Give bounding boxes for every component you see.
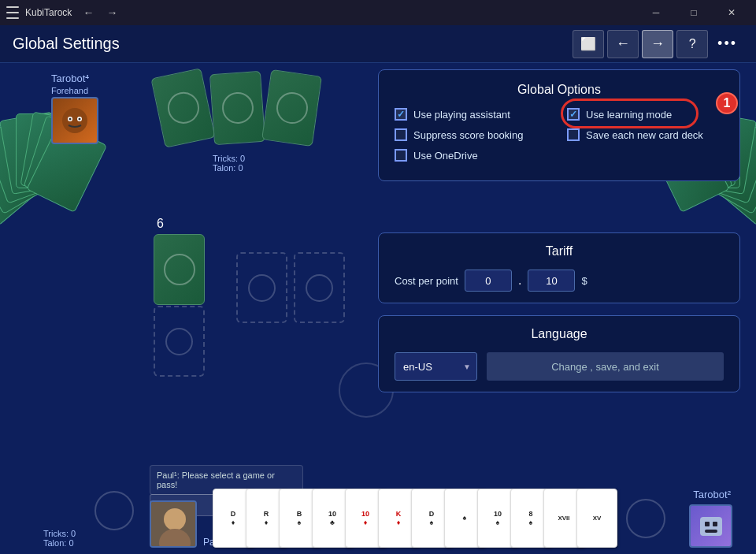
card-xv[interactable]: XV [576, 489, 617, 548]
titlebar-back-button[interactable]: ← [78, 5, 98, 20]
tariff-dot: . [518, 273, 521, 288]
message-text: Paul¹: Please select a game or pass! [157, 470, 275, 489]
label-suppress-score: Suppress score booking [413, 129, 523, 141]
option-save-card-deck: Save each new card deck [567, 128, 724, 141]
game-area: Tarobot⁴ Forehand Tricks: 0 Talon: 0 [0, 63, 756, 554]
checkbox-playing-assistant[interactable] [395, 108, 407, 121]
more-options-button[interactable]: ••• [711, 32, 743, 55]
label-save-card-deck: Save each new card deck [586, 129, 703, 141]
minimize-button[interactable]: ─ [638, 0, 674, 25]
close-button[interactable]: ✕ [713, 0, 750, 25]
card-placeholder-1 [154, 306, 205, 377]
svg-point-6 [164, 508, 186, 530]
top-player-name: Tarobot⁴ [51, 73, 89, 84]
top-card-3 [261, 69, 322, 147]
bl-tricks: Tricks: 0 [43, 529, 76, 538]
change-save-exit-button[interactable]: Change , save, and exit [487, 352, 724, 381]
top-talon: Talon: 0 [213, 163, 245, 173]
checkbox-save-card-deck[interactable] [567, 128, 580, 141]
cost-per-point-label: Cost per point [395, 275, 458, 287]
svg-rect-10 [713, 522, 717, 526]
mid-left-area: 6 [154, 217, 205, 305]
titlebar: KubiTarock ← → ─ □ ✕ [0, 0, 756, 25]
titlebar-nav: ← → [78, 5, 122, 20]
badge-number: 1 [716, 92, 738, 114]
nav-back-button[interactable]: ← [607, 30, 639, 58]
maximize-button[interactable]: □ [676, 0, 712, 25]
bl-talon: Talon: 0 [43, 538, 76, 548]
label-learning-mode: Use learning mode [586, 109, 672, 121]
language-select-wrapper: en-US de-DE fr-FR it-IT ▼ [395, 352, 477, 381]
checkbox-onedrive[interactable] [395, 149, 407, 162]
navbar-title: Global Settings [13, 35, 120, 53]
option-onedrive: Use OneDrive [395, 149, 551, 162]
svg-point-3 [69, 118, 72, 121]
top-player-stats: Tricks: 0 Talon: 0 [213, 154, 245, 173]
navbar-controls: ⬜ ← → ? ••• [573, 30, 743, 58]
mid-card [154, 234, 205, 305]
svg-point-4 [79, 118, 81, 121]
center-placeholder-2 [294, 252, 345, 323]
top-card-1 [150, 68, 215, 148]
checkbox-suppress-score[interactable] [395, 128, 407, 141]
tarobot2-name: Tarobot² [693, 489, 731, 500]
mid-left-placeholder [154, 306, 205, 377]
bottom-player-avatar [150, 500, 197, 548]
top-player-avatar [51, 97, 98, 144]
paul-hand: D♦ R♦ B♠ 10♣ 10♦ K♦ D♠ ♠ 10♠ 8♠ XVII [213, 489, 617, 548]
left-card-fan [0, 110, 126, 386]
top-player-role: Forehand [51, 86, 88, 95]
titlebar-forward-button[interactable]: → [102, 5, 122, 20]
global-options-title: Global Options [395, 83, 724, 97]
svg-rect-9 [705, 522, 710, 526]
tariff-currency: $ [581, 275, 587, 287]
language-panel: Language en-US de-DE fr-FR it-IT ▼ Chang… [378, 315, 740, 392]
navbar: Global Settings ⬜ ← → ? ••• [0, 25, 756, 63]
checkbox-learning-mode[interactable] [567, 108, 580, 121]
top-tricks: Tricks: 0 [213, 154, 245, 163]
nav-forward-button[interactable]: → [642, 30, 673, 58]
label-playing-assistant: Use playing assistant [413, 109, 510, 121]
tariff-input-left[interactable] [465, 270, 512, 292]
app-name: KubiTarock [25, 7, 72, 18]
bottom-left-placeholder [94, 491, 134, 530]
titlebar-left: KubiTarock ← → [6, 5, 122, 20]
bottom-right-placeholder [626, 499, 665, 538]
language-row: en-US de-DE fr-FR it-IT ▼ Change , save,… [395, 352, 724, 381]
top-player-panel: Tarobot⁴ Forehand [51, 73, 98, 144]
label-onedrive: Use OneDrive [413, 150, 478, 162]
center-placeholder-1 [236, 252, 287, 323]
help-button[interactable]: ? [676, 30, 708, 58]
option-suppress-score: Suppress score booking [395, 128, 551, 141]
option-playing-assistant: Use playing assistant [395, 108, 551, 121]
tariff-row: Cost per point . $ [395, 270, 724, 292]
hamburger-menu-icon[interactable] [6, 6, 19, 19]
options-grid: Use playing assistant 1 Use learning mod… [395, 108, 724, 162]
language-title: Language [395, 327, 724, 341]
titlebar-controls: ─ □ ✕ [638, 0, 750, 25]
svg-rect-8 [700, 517, 722, 536]
tariff-panel: Tariff Cost per point . $ [378, 232, 740, 303]
language-select[interactable]: en-US de-DE fr-FR it-IT [395, 352, 477, 381]
tariff-input-right[interactable] [528, 270, 575, 292]
tarobot2-avatar [689, 504, 732, 548]
bottom-left-stats: Tricks: 0 Talon: 0 [43, 529, 76, 548]
svg-point-0 [62, 108, 87, 133]
svg-rect-11 [705, 530, 717, 533]
top-card-2 [209, 71, 265, 145]
top-center-cards [158, 73, 317, 143]
center-placeholders [236, 252, 345, 323]
camera-icon-button[interactable]: ⬜ [573, 30, 604, 58]
option-learning-mode: 1 Use learning mode [567, 108, 724, 121]
tariff-title: Tariff [395, 244, 724, 258]
mid-card-label: 6 [157, 217, 205, 231]
global-options-panel: Global Options Use playing assistant 1 U… [378, 69, 740, 181]
